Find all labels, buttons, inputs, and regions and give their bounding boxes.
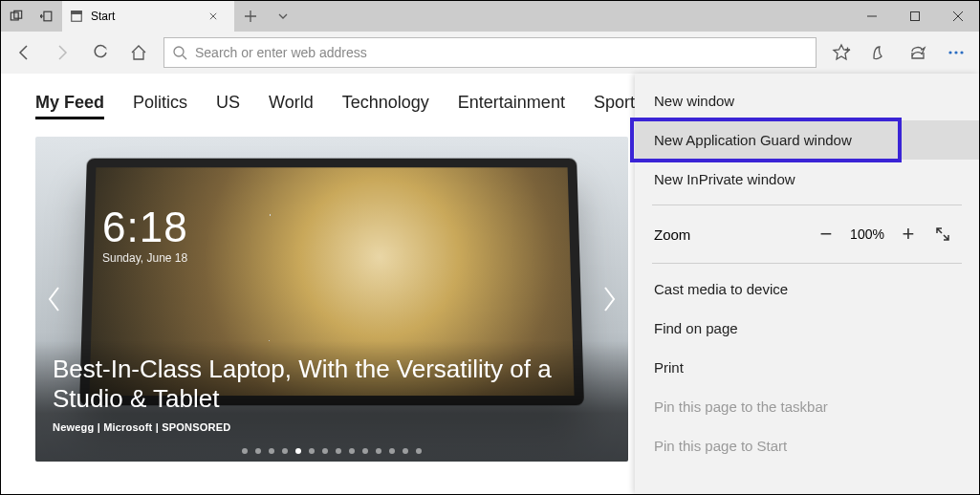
carousel-dot[interactable]	[269, 448, 274, 454]
full-screen-button[interactable]	[926, 217, 960, 251]
close-button[interactable]	[936, 1, 979, 32]
title-bar: Start	[1, 1, 979, 32]
hero-overlay: Best-In-Class Laptop, With the Versatili…	[35, 341, 628, 462]
search-icon	[172, 45, 187, 60]
carousel-dot[interactable]	[403, 448, 408, 454]
menu-pin-start: Pin this page to Start	[635, 426, 979, 465]
tab-page-icon	[70, 10, 83, 23]
hero-byline: Newegg | Microsoft | SPONSORED	[53, 421, 611, 433]
carousel-next[interactable]	[594, 276, 624, 322]
refresh-button[interactable]	[81, 33, 120, 72]
svg-point-7	[948, 51, 951, 54]
feed-tab[interactable]: Entertainment	[458, 93, 565, 119]
menu-new-window[interactable]: New window	[635, 81, 979, 120]
tab-close-icon[interactable]	[209, 9, 225, 24]
feed-tab[interactable]: Politics	[133, 93, 187, 119]
carousel-dot[interactable]	[322, 448, 328, 454]
zoom-in-button[interactable]: +	[891, 217, 926, 251]
tab-preview-icon[interactable]	[1, 1, 32, 32]
zoom-out-button[interactable]: −	[809, 217, 843, 251]
tab-actions-icon[interactable]	[267, 10, 299, 23]
feed-tab[interactable]: US	[216, 93, 240, 119]
svg-rect-4	[72, 11, 82, 14]
svg-point-9	[960, 51, 963, 54]
menu-find-on-page[interactable]: Find on page	[635, 309, 979, 348]
set-aside-tabs-icon[interactable]	[32, 1, 62, 32]
carousel-dot[interactable]	[242, 448, 248, 454]
share-button[interactable]	[899, 33, 937, 72]
carousel-prev[interactable]	[39, 276, 70, 322]
feed-tab[interactable]: My Feed	[35, 93, 104, 119]
browser-tab[interactable]: Start	[62, 1, 234, 32]
settings-menu: New window New Application Guard window …	[635, 74, 979, 494]
carousel-dot[interactable]	[255, 448, 261, 454]
minimize-button[interactable]	[850, 1, 893, 32]
settings-more-button[interactable]	[937, 33, 975, 72]
svg-point-6	[174, 47, 184, 56]
menu-pin-taskbar: Pin this page to the taskbar	[635, 387, 979, 426]
back-button[interactable]	[5, 33, 43, 72]
favorites-button[interactable]	[822, 33, 860, 72]
menu-new-inprivate-window[interactable]: New InPrivate window	[635, 160, 979, 199]
feed-tab[interactable]: Technology	[342, 93, 429, 119]
reading-list-button[interactable]	[860, 33, 899, 72]
carousel-dot[interactable]	[376, 448, 381, 454]
menu-zoom-label: Zoom	[654, 226, 809, 243]
svg-rect-2	[44, 11, 52, 21]
carousel-dot[interactable]	[349, 448, 355, 454]
maximize-button[interactable]	[893, 1, 936, 32]
title-bar-left: Start	[1, 1, 299, 32]
hero-clock-date: Sunday, June 18	[102, 251, 188, 265]
menu-separator	[652, 204, 962, 205]
tab-title: Start	[91, 10, 209, 23]
forward-button[interactable]	[43, 33, 81, 72]
carousel-dot[interactable]	[336, 448, 341, 454]
menu-print[interactable]: Print	[635, 348, 979, 387]
address-bar[interactable]	[163, 37, 817, 68]
zoom-value: 100%	[843, 226, 891, 242]
carousel-dots	[35, 448, 628, 454]
svg-point-8	[954, 51, 957, 54]
carousel-dot[interactable]	[389, 448, 395, 454]
window-controls	[850, 1, 979, 32]
menu-separator	[652, 263, 962, 264]
address-input[interactable]	[195, 45, 808, 60]
menu-zoom-row: Zoom − 100% +	[635, 211, 979, 257]
carousel-dot[interactable]	[309, 448, 315, 454]
hero-clock: 6:18 Sunday, June 18	[102, 204, 188, 265]
carousel-dot[interactable]	[282, 448, 288, 454]
carousel-dot[interactable]	[295, 448, 301, 454]
menu-cast-media[interactable]: Cast media to device	[635, 269, 979, 309]
toolbar	[1, 32, 979, 74]
carousel-dot[interactable]	[362, 448, 368, 454]
new-tab-button[interactable]	[234, 10, 267, 23]
svg-rect-5	[910, 12, 919, 21]
hero-carousel[interactable]: 6:18 Sunday, June 18 Best-In-Class Lapto…	[35, 137, 628, 462]
home-button[interactable]	[120, 33, 158, 72]
title-bar-drag-area	[299, 1, 850, 32]
hero-headline: Best-In-Class Laptop, With the Versatili…	[53, 355, 611, 414]
carousel-dot[interactable]	[416, 448, 422, 454]
menu-new-app-guard-window[interactable]: New Application Guard window	[635, 120, 979, 160]
feed-tab[interactable]: World	[269, 93, 314, 119]
hero-clock-time: 6:18	[102, 204, 188, 251]
